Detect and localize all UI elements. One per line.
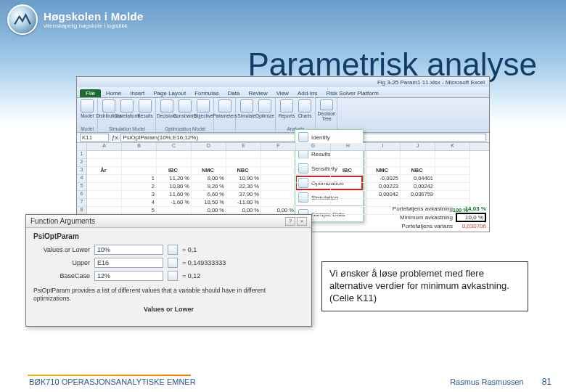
ribbon-group-simulation: Distributions Correlations Results Simul… [99, 98, 156, 132]
function-description: PsiOptParam provides a list of different… [33, 287, 304, 303]
institution-text: Høgskolen i Molde vitenskapelig høgskole… [44, 10, 144, 29]
help-button[interactable]: ? [285, 217, 295, 226]
tab-review[interactable]: Review [245, 89, 271, 97]
tab-view[interactable]: View [273, 89, 292, 97]
institution-name: Høgskolen i Molde [44, 10, 144, 23]
ribbon-results-button[interactable]: Results [137, 99, 153, 121]
tab-insert[interactable]: Insert [126, 89, 148, 97]
basecase-input[interactable]: 12% [94, 271, 163, 281]
tab-data[interactable]: Data [224, 89, 244, 97]
slide-callout: Vi ønsker å løse problemet med flere alt… [321, 261, 528, 311]
ribbon-group-params: Parameters [215, 98, 236, 132]
formula-bar: K11 ƒx PsiOptParam(10%;E16;12%) [77, 133, 489, 143]
arg-row-lower: Values or Lower 10% = 0,1 [33, 243, 304, 256]
page-number: 81 [542, 377, 551, 387]
identify-icon [298, 132, 308, 142]
dialog-title: Function Arguments [30, 217, 95, 225]
ribbon-simulate-button[interactable]: Simulate [239, 99, 255, 121]
tab-pagelayout[interactable]: Page Layout [149, 89, 189, 97]
ribbon-objective-button[interactable]: Objective [195, 99, 211, 121]
lower-input[interactable]: 10% [94, 245, 163, 255]
close-button[interactable]: × [297, 217, 307, 226]
ribbon-reports-button[interactable]: Reports [279, 99, 295, 121]
tab-addins[interactable]: Add-Ins [294, 89, 321, 97]
min-return-cell[interactable]: 10,0 % [456, 213, 486, 222]
ribbon-decisiontree-button[interactable]: Decision Tree [319, 99, 335, 121]
institution-logo [7, 4, 38, 35]
ribbon-group-model: Model Model [77, 98, 98, 132]
course-code: BØK710 OPERASJONSANALYTISKE EMNER [29, 377, 196, 386]
slide-footer: BØK710 OPERASJONSANALYTISKE EMNER Rasmus… [0, 372, 566, 392]
arg-row-upper: Upper E16 = 0,149333333 [33, 256, 304, 269]
function-name: PsiOptParam [33, 232, 304, 240]
excel-window-title: Fig 3-25 Param1 11.xlsx - Microsoft Exce… [377, 79, 485, 86]
function-arguments-dialog: Function Arguments ? × PsiOptParam Value… [25, 214, 312, 327]
name-box[interactable]: K11 [80, 134, 109, 142]
tab-risksolver[interactable]: Risk Solver Platform [322, 89, 382, 97]
institution-tagline: vitenskapelig høgskole i logistikk [44, 23, 144, 29]
current-arg-label: Values or Lower [33, 306, 304, 313]
excel-screenshot: Fig 3-25 Param1 11.xlsx - Microsoft Exce… [76, 76, 490, 232]
ribbon-model-button[interactable]: Model [79, 99, 95, 121]
author-name: Rasmus Rasmussen [450, 377, 523, 386]
ribbon-group-optimization: Decisions Constraints Objective Optimiza… [157, 98, 214, 132]
ribbon-parameters-button[interactable]: Parameters [217, 99, 233, 121]
range-picker-icon[interactable] [168, 245, 178, 255]
ribbon-optimize-button[interactable]: Optimize [257, 99, 273, 121]
ribbon-constraints-button[interactable]: Constraints [177, 99, 193, 121]
ribbon-correlations-button[interactable]: Correlations [119, 99, 135, 121]
ribbon-charts-button[interactable]: Charts [297, 99, 313, 121]
upper-input[interactable]: E16 [94, 258, 163, 268]
ribbon-group-analysis: Reports Charts Analysis [276, 98, 316, 132]
institution-header: Høgskolen i Molde vitenskapelig høgskole… [0, 0, 566, 39]
arg-row-basecase: BaseCase 12% = 0,12 [33, 269, 304, 282]
ribbon-group-decision: Decision Tree [316, 98, 337, 132]
portfolio-summary: Porteføljens avkastning14,03 % Minimum a… [393, 204, 486, 230]
range-picker-icon[interactable] [168, 271, 178, 281]
tab-home[interactable]: Home [102, 89, 125, 97]
file-tab[interactable]: File [80, 89, 101, 97]
ribbon-group-solve: Simulate Optimize [237, 98, 276, 132]
column-headers: AB CD EF GH IJ K [87, 143, 489, 151]
range-picker-icon[interactable] [168, 258, 178, 268]
dialog-titlebar: Function Arguments ? × [26, 215, 311, 228]
tab-formulas[interactable]: Formulas [191, 89, 222, 97]
fx-icon[interactable]: ƒx [112, 134, 118, 141]
ribbon-tabs: File Home Insert Page Layout Formulas Da… [77, 87, 489, 98]
excel-window-titlebar: Fig 3-25 Param1 11.xlsx - Microsoft Exce… [77, 77, 489, 87]
dropdown-identify[interactable]: Identify [295, 130, 363, 144]
ribbon-body: Model Model Distributions Correlations R… [77, 98, 489, 133]
